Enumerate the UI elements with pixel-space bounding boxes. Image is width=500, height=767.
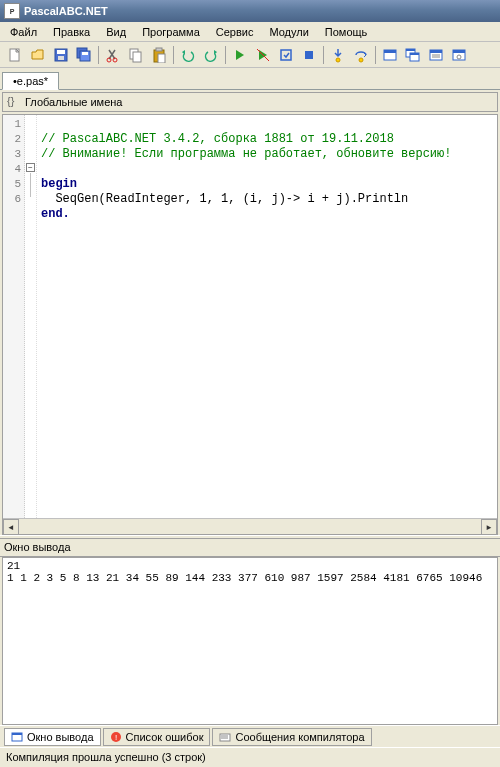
errors-tab-icon: ! [110, 731, 122, 743]
horizontal-scrollbar[interactable]: ◄ ► [3, 518, 497, 534]
globals-label: Глобальные имена [25, 96, 123, 108]
window4-button[interactable] [448, 44, 470, 66]
output-tab-icon [11, 731, 23, 743]
line-number: 5 [3, 177, 21, 192]
menu-program[interactable]: Программа [134, 24, 208, 40]
undo-button[interactable] [177, 44, 199, 66]
window-options-icon [428, 47, 444, 63]
step-over-icon [353, 47, 369, 63]
toolbar [0, 42, 500, 68]
tab-errors-label: Список ошибок [126, 731, 204, 743]
save-all-button[interactable] [73, 44, 95, 66]
output-panel-title: Окно вывода [0, 539, 500, 557]
tab-errors[interactable]: ! Список ошибок [103, 728, 211, 746]
fold-column: − [25, 115, 37, 534]
stop-icon [301, 47, 317, 63]
window-title: PascalABC.NET [24, 5, 108, 17]
line-number: 1 [3, 117, 21, 132]
copy-button[interactable] [125, 44, 147, 66]
svg-rect-22 [406, 49, 415, 51]
output-line: 1 1 2 3 5 8 13 21 34 55 89 144 233 377 6… [7, 572, 482, 584]
redo-button[interactable] [200, 44, 222, 66]
toolbar-separator [375, 46, 376, 64]
menu-view[interactable]: Вид [98, 24, 134, 40]
toolbar-separator [98, 46, 99, 64]
code-editor[interactable]: 1 2 3 4 5 6 − // PascalABC.NET 3.4.2, сб… [2, 114, 498, 535]
stop-button[interactable] [298, 44, 320, 66]
save-icon [53, 47, 69, 63]
line-gutter: 1 2 3 4 5 6 [3, 115, 25, 534]
save-all-icon [76, 47, 92, 63]
cut-icon [105, 47, 121, 63]
window-dual-icon [405, 47, 421, 63]
cut-button[interactable] [102, 44, 124, 66]
play-nolines-icon [255, 47, 271, 63]
code-area[interactable]: // PascalABC.NET 3.4.2, сборка 1881 от 1… [37, 115, 497, 534]
step-into-button[interactable] [327, 44, 349, 66]
scroll-right-button[interactable]: ► [481, 519, 497, 535]
svg-line-14 [257, 49, 269, 61]
run-no-debug-button[interactable] [252, 44, 274, 66]
window-gear-icon [451, 47, 467, 63]
folder-open-icon [30, 47, 46, 63]
paste-icon [151, 47, 167, 63]
open-file-button[interactable] [27, 44, 49, 66]
new-file-button[interactable] [4, 44, 26, 66]
output-panel[interactable]: 21 1 1 2 3 5 8 13 21 34 55 89 144 233 37… [2, 557, 498, 725]
redo-icon [203, 47, 219, 63]
menu-file[interactable]: Файл [2, 24, 45, 40]
scroll-left-button[interactable]: ◄ [3, 519, 19, 535]
toolbar-separator [173, 46, 174, 64]
line-number: 6 [3, 192, 21, 207]
new-file-icon [7, 47, 23, 63]
fold-toggle[interactable]: − [26, 163, 35, 172]
line-number: 2 [3, 132, 21, 147]
fold-line [30, 173, 31, 197]
svg-rect-26 [430, 50, 442, 53]
scroll-track[interactable] [19, 519, 481, 534]
toolbar-separator [323, 46, 324, 64]
svg-text:!: ! [114, 733, 116, 742]
menu-edit[interactable]: Правка [45, 24, 98, 40]
paste-button[interactable] [148, 44, 170, 66]
output-line: 21 [7, 560, 20, 572]
play-icon [232, 47, 248, 63]
window-titlebar: P PascalABC.NET [0, 0, 500, 22]
svg-rect-3 [58, 56, 64, 60]
tab-output[interactable]: Окно вывода [4, 728, 101, 746]
undo-icon [180, 47, 196, 63]
code-comment: // PascalABC.NET 3.4.2, сборка 1881 от 1… [41, 132, 394, 146]
svg-rect-12 [156, 48, 162, 51]
svg-rect-33 [12, 733, 22, 735]
code-keyword: begin [41, 177, 77, 191]
tab-compiler[interactable]: Сообщения компилятора [212, 728, 371, 746]
file-tabs: •e.pas* [0, 68, 500, 90]
app-icon: P [4, 3, 20, 19]
window1-button[interactable] [379, 44, 401, 66]
file-tab-current[interactable]: •e.pas* [2, 72, 59, 90]
svg-point-18 [359, 58, 363, 62]
status-bar: Компиляция прошла успешно (3 строк) [0, 747, 500, 767]
globals-dropdown[interactable]: {} Глобальные имена [2, 92, 498, 112]
compile-button[interactable] [275, 44, 297, 66]
svg-rect-20 [384, 50, 396, 53]
code-keyword: end. [41, 207, 70, 221]
step-over-button[interactable] [350, 44, 372, 66]
svg-rect-24 [410, 53, 419, 55]
menubar: Файл Правка Вид Программа Сервис Модули … [0, 22, 500, 42]
svg-rect-2 [57, 50, 65, 54]
save-button[interactable] [50, 44, 72, 66]
menu-modules[interactable]: Модули [261, 24, 316, 40]
braces-icon: {} [7, 95, 21, 109]
tab-output-label: Окно вывода [27, 731, 94, 743]
run-button[interactable] [229, 44, 251, 66]
svg-rect-15 [281, 50, 291, 60]
window3-button[interactable] [425, 44, 447, 66]
menu-service[interactable]: Сервис [208, 24, 262, 40]
step-into-icon [330, 47, 346, 63]
menu-help[interactable]: Помощь [317, 24, 376, 40]
tab-compiler-label: Сообщения компилятора [235, 731, 364, 743]
code-line: SeqGen(ReadInteger, 1, 1, (i, j)-> i + j… [41, 192, 408, 206]
line-number: 4 [3, 162, 21, 177]
window2-button[interactable] [402, 44, 424, 66]
